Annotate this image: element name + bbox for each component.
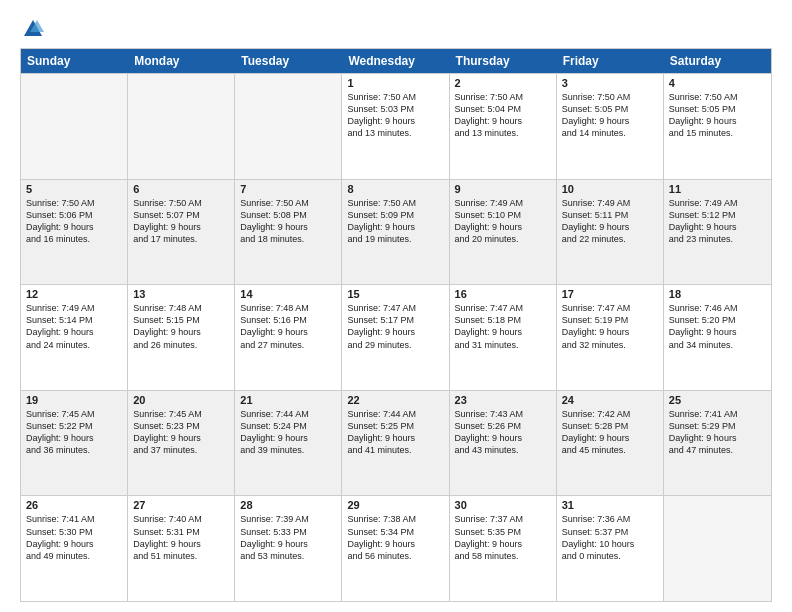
calendar-cell: 14Sunrise: 7:48 AM Sunset: 5:16 PM Dayli… <box>235 285 342 390</box>
day-number: 17 <box>562 288 658 300</box>
cell-info: Sunrise: 7:40 AM Sunset: 5:31 PM Dayligh… <box>133 513 229 562</box>
header-day-saturday: Saturday <box>664 49 771 73</box>
calendar-row-5: 26Sunrise: 7:41 AM Sunset: 5:30 PM Dayli… <box>21 495 771 601</box>
calendar-cell <box>21 74 128 179</box>
cell-info: Sunrise: 7:45 AM Sunset: 5:23 PM Dayligh… <box>133 408 229 457</box>
cell-info: Sunrise: 7:50 AM Sunset: 5:05 PM Dayligh… <box>562 91 658 140</box>
calendar-body: 1Sunrise: 7:50 AM Sunset: 5:03 PM Daylig… <box>21 73 771 601</box>
calendar-cell: 3Sunrise: 7:50 AM Sunset: 5:05 PM Daylig… <box>557 74 664 179</box>
calendar-cell: 23Sunrise: 7:43 AM Sunset: 5:26 PM Dayli… <box>450 391 557 496</box>
calendar-cell: 9Sunrise: 7:49 AM Sunset: 5:10 PM Daylig… <box>450 180 557 285</box>
calendar-cell <box>128 74 235 179</box>
calendar-cell: 27Sunrise: 7:40 AM Sunset: 5:31 PM Dayli… <box>128 496 235 601</box>
day-number: 21 <box>240 394 336 406</box>
day-number: 14 <box>240 288 336 300</box>
day-number: 30 <box>455 499 551 511</box>
cell-info: Sunrise: 7:48 AM Sunset: 5:15 PM Dayligh… <box>133 302 229 351</box>
calendar-cell: 20Sunrise: 7:45 AM Sunset: 5:23 PM Dayli… <box>128 391 235 496</box>
calendar-row-4: 19Sunrise: 7:45 AM Sunset: 5:22 PM Dayli… <box>21 390 771 496</box>
day-number: 2 <box>455 77 551 89</box>
logo-icon <box>22 18 44 40</box>
day-number: 23 <box>455 394 551 406</box>
cell-info: Sunrise: 7:47 AM Sunset: 5:17 PM Dayligh… <box>347 302 443 351</box>
cell-info: Sunrise: 7:50 AM Sunset: 5:09 PM Dayligh… <box>347 197 443 246</box>
day-number: 28 <box>240 499 336 511</box>
cell-info: Sunrise: 7:49 AM Sunset: 5:12 PM Dayligh… <box>669 197 766 246</box>
cell-info: Sunrise: 7:41 AM Sunset: 5:30 PM Dayligh… <box>26 513 122 562</box>
day-number: 11 <box>669 183 766 195</box>
calendar-cell <box>664 496 771 601</box>
calendar-cell: 10Sunrise: 7:49 AM Sunset: 5:11 PM Dayli… <box>557 180 664 285</box>
calendar-cell: 25Sunrise: 7:41 AM Sunset: 5:29 PM Dayli… <box>664 391 771 496</box>
calendar-row-1: 1Sunrise: 7:50 AM Sunset: 5:03 PM Daylig… <box>21 73 771 179</box>
cell-info: Sunrise: 7:49 AM Sunset: 5:14 PM Dayligh… <box>26 302 122 351</box>
logo <box>20 18 45 40</box>
header-day-monday: Monday <box>128 49 235 73</box>
calendar: SundayMondayTuesdayWednesdayThursdayFrid… <box>20 48 772 602</box>
calendar-cell: 29Sunrise: 7:38 AM Sunset: 5:34 PM Dayli… <box>342 496 449 601</box>
cell-info: Sunrise: 7:46 AM Sunset: 5:20 PM Dayligh… <box>669 302 766 351</box>
calendar-cell <box>235 74 342 179</box>
cell-info: Sunrise: 7:50 AM Sunset: 5:03 PM Dayligh… <box>347 91 443 140</box>
day-number: 20 <box>133 394 229 406</box>
day-number: 25 <box>669 394 766 406</box>
day-number: 19 <box>26 394 122 406</box>
day-number: 27 <box>133 499 229 511</box>
calendar-cell: 28Sunrise: 7:39 AM Sunset: 5:33 PM Dayli… <box>235 496 342 601</box>
calendar-cell: 2Sunrise: 7:50 AM Sunset: 5:04 PM Daylig… <box>450 74 557 179</box>
day-number: 13 <box>133 288 229 300</box>
calendar-row-3: 12Sunrise: 7:49 AM Sunset: 5:14 PM Dayli… <box>21 284 771 390</box>
calendar-cell: 26Sunrise: 7:41 AM Sunset: 5:30 PM Dayli… <box>21 496 128 601</box>
calendar-cell: 12Sunrise: 7:49 AM Sunset: 5:14 PM Dayli… <box>21 285 128 390</box>
header <box>20 18 772 40</box>
cell-info: Sunrise: 7:41 AM Sunset: 5:29 PM Dayligh… <box>669 408 766 457</box>
calendar-cell: 24Sunrise: 7:42 AM Sunset: 5:28 PM Dayli… <box>557 391 664 496</box>
cell-info: Sunrise: 7:47 AM Sunset: 5:19 PM Dayligh… <box>562 302 658 351</box>
calendar-cell: 6Sunrise: 7:50 AM Sunset: 5:07 PM Daylig… <box>128 180 235 285</box>
cell-info: Sunrise: 7:37 AM Sunset: 5:35 PM Dayligh… <box>455 513 551 562</box>
calendar-cell: 1Sunrise: 7:50 AM Sunset: 5:03 PM Daylig… <box>342 74 449 179</box>
cell-info: Sunrise: 7:44 AM Sunset: 5:25 PM Dayligh… <box>347 408 443 457</box>
header-day-tuesday: Tuesday <box>235 49 342 73</box>
calendar-cell: 19Sunrise: 7:45 AM Sunset: 5:22 PM Dayli… <box>21 391 128 496</box>
cell-info: Sunrise: 7:50 AM Sunset: 5:04 PM Dayligh… <box>455 91 551 140</box>
header-day-wednesday: Wednesday <box>342 49 449 73</box>
cell-info: Sunrise: 7:47 AM Sunset: 5:18 PM Dayligh… <box>455 302 551 351</box>
calendar-cell: 21Sunrise: 7:44 AM Sunset: 5:24 PM Dayli… <box>235 391 342 496</box>
cell-info: Sunrise: 7:50 AM Sunset: 5:08 PM Dayligh… <box>240 197 336 246</box>
day-number: 15 <box>347 288 443 300</box>
header-day-thursday: Thursday <box>450 49 557 73</box>
day-number: 1 <box>347 77 443 89</box>
calendar-cell: 13Sunrise: 7:48 AM Sunset: 5:15 PM Dayli… <box>128 285 235 390</box>
day-number: 12 <box>26 288 122 300</box>
calendar-cell: 30Sunrise: 7:37 AM Sunset: 5:35 PM Dayli… <box>450 496 557 601</box>
day-number: 3 <box>562 77 658 89</box>
day-number: 29 <box>347 499 443 511</box>
calendar-cell: 18Sunrise: 7:46 AM Sunset: 5:20 PM Dayli… <box>664 285 771 390</box>
day-number: 4 <box>669 77 766 89</box>
day-number: 6 <box>133 183 229 195</box>
cell-info: Sunrise: 7:36 AM Sunset: 5:37 PM Dayligh… <box>562 513 658 562</box>
header-day-friday: Friday <box>557 49 664 73</box>
calendar-header: SundayMondayTuesdayWednesdayThursdayFrid… <box>21 49 771 73</box>
cell-info: Sunrise: 7:42 AM Sunset: 5:28 PM Dayligh… <box>562 408 658 457</box>
calendar-cell: 17Sunrise: 7:47 AM Sunset: 5:19 PM Dayli… <box>557 285 664 390</box>
day-number: 10 <box>562 183 658 195</box>
header-day-sunday: Sunday <box>21 49 128 73</box>
cell-info: Sunrise: 7:49 AM Sunset: 5:10 PM Dayligh… <box>455 197 551 246</box>
day-number: 8 <box>347 183 443 195</box>
calendar-cell: 8Sunrise: 7:50 AM Sunset: 5:09 PM Daylig… <box>342 180 449 285</box>
day-number: 31 <box>562 499 658 511</box>
day-number: 24 <box>562 394 658 406</box>
cell-info: Sunrise: 7:44 AM Sunset: 5:24 PM Dayligh… <box>240 408 336 457</box>
cell-info: Sunrise: 7:50 AM Sunset: 5:06 PM Dayligh… <box>26 197 122 246</box>
day-number: 7 <box>240 183 336 195</box>
day-number: 9 <box>455 183 551 195</box>
calendar-cell: 31Sunrise: 7:36 AM Sunset: 5:37 PM Dayli… <box>557 496 664 601</box>
day-number: 16 <box>455 288 551 300</box>
calendar-row-2: 5Sunrise: 7:50 AM Sunset: 5:06 PM Daylig… <box>21 179 771 285</box>
calendar-cell: 16Sunrise: 7:47 AM Sunset: 5:18 PM Dayli… <box>450 285 557 390</box>
calendar-cell: 4Sunrise: 7:50 AM Sunset: 5:05 PM Daylig… <box>664 74 771 179</box>
page: SundayMondayTuesdayWednesdayThursdayFrid… <box>0 0 792 612</box>
cell-info: Sunrise: 7:43 AM Sunset: 5:26 PM Dayligh… <box>455 408 551 457</box>
